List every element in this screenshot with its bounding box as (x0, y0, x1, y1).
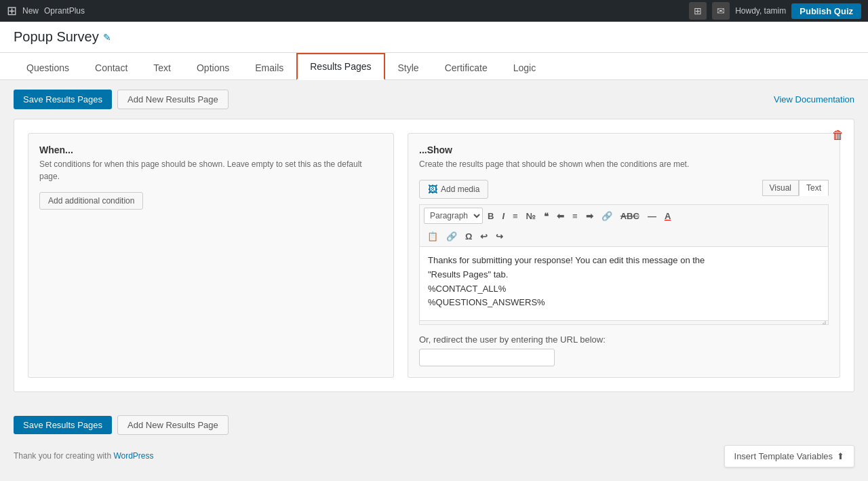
tab-style[interactable]: Style (385, 55, 432, 80)
redirect-section: Or, redirect the user by entering the UR… (419, 334, 829, 366)
footer-text: Thank you for creating with (14, 451, 113, 461)
save-results-pages-button-top[interactable]: Save Results Pages (14, 90, 112, 109)
show-description: Create the results page that should be s… (419, 158, 829, 170)
save-results-pages-button-bottom[interactable]: Save Results Pages (14, 416, 112, 434)
top-bar-new-link[interactable]: New (22, 6, 39, 16)
link2-button[interactable]: 🔗 (443, 229, 460, 244)
italic-button[interactable]: I (498, 209, 508, 223)
top-bar-icon-1[interactable]: ⊞ (689, 2, 707, 20)
results-columns: When... Set conditions for when this pag… (28, 133, 840, 378)
tab-questions[interactable]: Questions (14, 55, 82, 80)
wp-logo-icon: ⊞ (7, 3, 17, 18)
view-documentation-link[interactable]: View Documentation (774, 94, 854, 104)
add-condition-button[interactable]: Add additional condition (39, 192, 143, 210)
top-bar-brand: OprantPlus (44, 6, 85, 16)
wordpress-link[interactable]: WordPress (113, 451, 153, 461)
show-heading: ...Show (419, 145, 829, 155)
omega-button[interactable]: Ω (462, 229, 475, 244)
results-card: 🗑 When... Set conditions for when this p… (14, 119, 854, 392)
app-title: Popup Survey ✎ (14, 29, 111, 45)
pencil-icon[interactable]: ✎ (103, 32, 111, 43)
app-title-text: Popup Survey (14, 29, 99, 45)
editor-tab-visual[interactable]: Visual (762, 180, 799, 196)
editor-area[interactable]: Thanks for submitting your response! You… (419, 246, 829, 321)
redirect-url-input[interactable] (419, 349, 555, 366)
tabs-bar: Questions Contact Text Options Emails Re… (0, 53, 868, 80)
editor-toolbar-row1: Paragraph B I ≡ № ❝ ⬅ ≡ ➡ 🔗 ABC — A (419, 204, 829, 227)
redirect-label: Or, redirect the user by entering the UR… (419, 334, 829, 345)
bottom-action-bar: Save Results Pages Add New Results Page (0, 406, 868, 444)
align-right-button[interactable]: ➡ (583, 209, 597, 223)
tab-results-pages[interactable]: Results Pages (296, 53, 384, 80)
when-panel: When... Set conditions for when this pag… (28, 133, 394, 378)
bold-button[interactable]: B (484, 209, 497, 223)
tab-options[interactable]: Options (184, 55, 242, 80)
hr-button[interactable]: — (644, 209, 660, 223)
when-heading: When... (39, 145, 382, 155)
paragraph-select[interactable]: Paragraph (424, 208, 483, 224)
insert-button[interactable]: 📋 (424, 229, 441, 244)
redo-button[interactable]: ↪ (492, 229, 507, 244)
top-action-bar: Save Results Pages Add New Results Page … (0, 80, 868, 119)
tab-contact[interactable]: Contact (82, 55, 140, 80)
editor-resize-handle[interactable] (419, 321, 829, 325)
editor-toolbar-wrap: Paragraph B I ≡ № ❝ ⬅ ≡ ➡ 🔗 ABC — A (419, 204, 829, 246)
editor-content-line1: Thanks for submitting your response! You… (428, 255, 705, 265)
tab-text[interactable]: Text (140, 55, 184, 80)
link-button[interactable]: 🔗 (598, 209, 616, 223)
insert-template-icon: ⬆ (837, 451, 844, 461)
top-bar-right: ⊞ ✉ Howdy, tamim Publish Quiz (689, 2, 861, 20)
show-panel: ...Show Create the results page that sho… (408, 133, 840, 378)
editor-controls: 🖼 Add media Visual Text (419, 180, 829, 204)
editor-tab-text[interactable]: Text (799, 180, 829, 196)
add-new-results-page-button-top[interactable]: Add New Results Page (117, 90, 229, 109)
editor-content-line4: %QUESTIONS_ANSWERS% (428, 297, 545, 307)
editor-content-line3: %CONTACT_ALL% (428, 284, 506, 294)
top-bar-icon-2[interactable]: ✉ (712, 2, 730, 20)
action-bar-left: Save Results Pages Add New Results Page (14, 90, 229, 109)
main-content: 🗑 When... Set conditions for when this p… (0, 119, 868, 406)
unordered-list-button[interactable]: ≡ (509, 209, 521, 223)
tab-emails[interactable]: Emails (242, 55, 296, 80)
align-left-button[interactable]: ⬅ (553, 209, 568, 223)
when-description: Set conditions for when this page should… (39, 158, 382, 182)
editor-content-line2: "Results Pages" tab. (428, 269, 508, 280)
ordered-list-button[interactable]: № (523, 209, 540, 223)
undo-button[interactable]: ↩ (477, 229, 491, 244)
delete-results-page-button[interactable]: 🗑 (832, 129, 844, 141)
insert-template-variables-button[interactable]: Insert Template Variables ⬆ (724, 445, 854, 467)
insert-template-label: Insert Template Variables (734, 451, 833, 461)
app-header: Popup Survey ✎ (0, 22, 868, 53)
strikethrough-button[interactable]: ABC (617, 209, 643, 223)
align-center-button[interactable]: ≡ (569, 209, 581, 223)
howdy-text: Howdy, tamim (735, 6, 786, 16)
blockquote-button[interactable]: ❝ (540, 209, 552, 223)
add-new-results-page-button-bottom[interactable]: Add New Results Page (117, 415, 229, 435)
text-color-button[interactable]: A (661, 209, 674, 223)
add-media-label: Add media (441, 185, 479, 194)
media-icon: 🖼 (428, 184, 437, 195)
tab-certificate[interactable]: Certificate (432, 55, 500, 80)
add-media-button[interactable]: 🖼 Add media (419, 180, 488, 199)
top-bar: ⊞ New OprantPlus ⊞ ✉ Howdy, tamim Publis… (0, 0, 868, 22)
publish-quiz-button[interactable]: Publish Quiz (791, 3, 861, 19)
top-bar-left: ⊞ New OprantPlus (7, 3, 85, 18)
editor-tabs: Visual Text (762, 180, 829, 196)
editor-toolbar-row2: 📋 🔗 Ω ↩ ↪ (419, 227, 829, 246)
tab-logic[interactable]: Logic (500, 55, 549, 80)
